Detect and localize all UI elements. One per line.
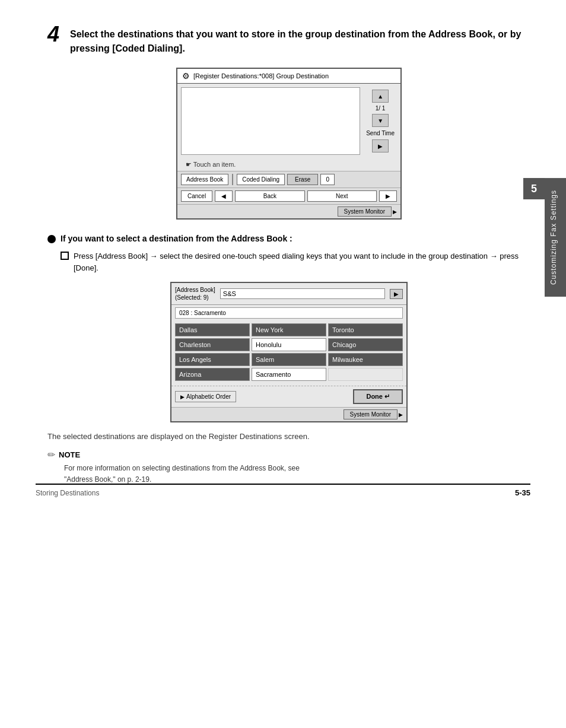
arrow-left-icon <box>221 193 226 199</box>
section-heading-text: If you want to select a destination from… <box>61 234 292 243</box>
addr-bottom: Alphabetic Order Done <box>171 386 406 407</box>
addr-cell-honolulu[interactable]: Honolulu <box>252 338 326 351</box>
next-arrow-btn[interactable] <box>379 190 397 202</box>
coded-dialing-btn[interactable]: Coded Dialing <box>237 174 285 185</box>
touch-hint: ☛ Touch an item. <box>177 158 400 171</box>
addr-current-row: 028 : Sacramento <box>175 307 403 319</box>
chapter-number-box: 5 <box>523 178 545 199</box>
note-section: ✏ NOTE For more information on selecting… <box>47 449 530 485</box>
section-heading: If you want to select a destination from… <box>47 234 530 243</box>
search-arrow-icon <box>394 291 399 297</box>
addr-cell-los-angels[interactable]: Los Angels <box>175 353 250 366</box>
register-destinations-dialog: ⚙ [Register Destinations:*008] Group Des… <box>176 68 402 220</box>
dialog-buttons-row: Address Book Coded Dialing Erase 0 <box>177 171 400 187</box>
addr-cell-toronto[interactable]: Toronto <box>328 323 403 336</box>
address-book-btn[interactable]: Address Book <box>181 174 228 185</box>
addr-cell-sacramento[interactable]: Sacramento <box>252 368 326 381</box>
arrow-right-icon <box>386 193 390 199</box>
addr-search-box[interactable]: S&S <box>220 288 385 299</box>
note-text: For more information on selecting destin… <box>64 463 530 485</box>
addr-cell-new-york[interactable]: New York <box>252 323 326 336</box>
note-label: NOTE <box>59 450 80 459</box>
sub-bullet-row: Press [Address Book] → select the desire… <box>61 250 530 274</box>
arrow-up-icon <box>377 93 383 100</box>
addr-grid: DallasNew YorkTorontoCharlestonHonoluluC… <box>171 321 406 383</box>
addr-title-row: [Address Book] (Selected: 9) S&S <box>171 283 406 305</box>
sys-mon-arrow-icon <box>393 209 397 215</box>
back-arrow-btn[interactable] <box>215 190 233 202</box>
next-btn[interactable]: Next <box>307 190 377 202</box>
step-header: 4 Select the destinations that you want … <box>47 24 530 56</box>
step-number: 4 <box>47 24 59 45</box>
dialog-content: 1/ 1 Send Time <box>177 84 400 158</box>
addr-cell-salem[interactable]: Salem <box>252 353 326 366</box>
checkbox-icon <box>61 252 69 260</box>
alpha-arrow-icon <box>180 394 185 400</box>
scroll-up-btn[interactable] <box>372 90 389 103</box>
cancel-btn[interactable]: Cancel <box>181 190 212 202</box>
arrow-down-icon <box>377 117 383 124</box>
step-title: Select the destinations that you want to… <box>70 24 530 56</box>
scroll-area: 1/ 1 Send Time <box>364 87 397 155</box>
sys-mon-arrow-icon-2 <box>399 412 403 418</box>
bullet-circle <box>47 235 56 243</box>
addr-search-arrow-btn[interactable] <box>390 289 403 299</box>
done-btn[interactable]: Done <box>353 389 403 404</box>
page-info: 1/ 1 <box>376 105 386 112</box>
addr-cell-dallas[interactable]: Dallas <box>175 323 250 336</box>
sub-bullet-text: Press [Address Book] → select the desire… <box>74 250 530 274</box>
arrow-right-icon <box>378 143 383 150</box>
alphabetic-order-label: Alphabetic Order <box>186 393 231 400</box>
addr-title-line2: (Selected: 9) <box>175 294 215 301</box>
system-monitor-btn-1[interactable]: System Monitor <box>338 206 392 217</box>
system-monitor-btn-2[interactable]: System Monitor <box>344 409 398 419</box>
footer-left-text: Storing Destinations <box>36 489 99 497</box>
addr-title-line1: [Address Book] <box>175 286 215 294</box>
send-time-label: Send Time <box>366 129 395 137</box>
addr-cell-arizona[interactable]: Arizona <box>175 368 250 381</box>
list-area <box>181 87 360 155</box>
system-monitor-row-1: System Monitor <box>177 204 400 218</box>
alphabetic-order-btn[interactable]: Alphabetic Order <box>175 391 236 402</box>
page-footer: Storing Destinations 5-35 <box>36 484 530 497</box>
send-time-arrow-btn[interactable] <box>372 139 389 152</box>
addr-cell-charleston[interactable]: Charleston <box>175 338 250 351</box>
dialog-title-bar: ⚙ [Register Destinations:*008] Group Des… <box>177 69 400 84</box>
footer-right-text: 5-35 <box>515 488 530 497</box>
gear-icon: ⚙ <box>182 71 190 81</box>
done-enter-icon <box>384 393 390 400</box>
zero-display: 0 <box>320 174 335 185</box>
scroll-down-btn[interactable] <box>372 114 389 127</box>
nav-row: Cancel Back Next <box>177 187 400 204</box>
note-header: ✏ NOTE <box>47 449 530 460</box>
selected-note: The selected destinations are displayed … <box>47 432 530 441</box>
note-pencil-icon: ✏ <box>47 449 55 460</box>
cursor-icon: ☛ <box>186 161 192 168</box>
eraser-btn[interactable]: Erase <box>287 174 318 185</box>
addr-title-left: [Address Book] (Selected: 9) <box>175 286 215 301</box>
address-book-dialog: [Address Book] (Selected: 9) S&S 028 : S… <box>170 282 408 422</box>
addr-cell-milwaukee[interactable]: Milwaukee <box>328 353 403 366</box>
dialog-title: [Register Destinations:*008] Group Desti… <box>193 72 329 80</box>
addr-cell-chicago[interactable]: Chicago <box>328 338 403 351</box>
system-monitor-row-2: System Monitor <box>171 407 406 421</box>
back-btn[interactable]: Back <box>235 190 304 202</box>
sidebar-label: Customizing Fax Settings <box>545 178 566 297</box>
